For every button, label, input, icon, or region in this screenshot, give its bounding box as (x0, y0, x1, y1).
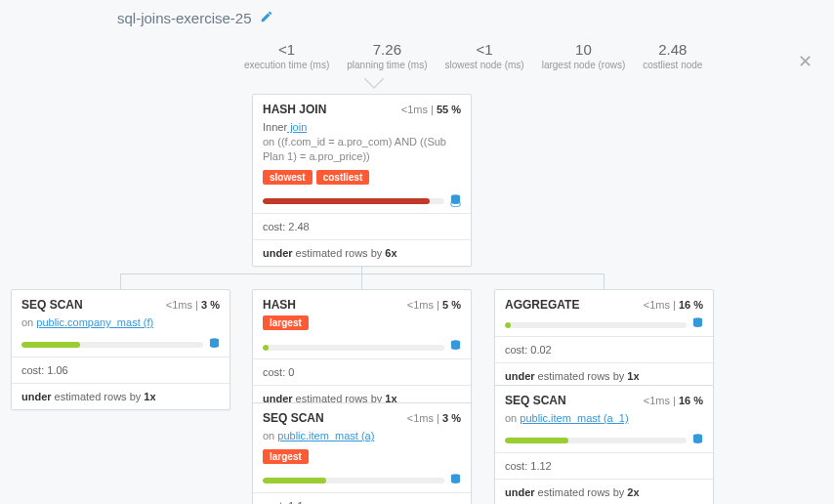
stat-plan-time: 7.26 planning time (ms) (347, 41, 427, 70)
node-title: HASH (263, 298, 296, 312)
plan-title-row: sql-joins-exercise-25 (117, 10, 273, 26)
database-icon[interactable] (450, 474, 461, 488)
cost-bar (505, 322, 687, 328)
stat-costliest: 2.48 costliest node (643, 41, 702, 70)
node-title: HASH JOIN (263, 103, 326, 116)
node-title: SEQ SCAN (505, 394, 566, 407)
plan-title: sql-joins-exercise-25 (117, 10, 252, 26)
cost-bar (263, 198, 444, 204)
connector (120, 273, 121, 289)
cost-row: cost: 2.48 (253, 213, 471, 239)
node-join-detail: Inner join on ((f.com_id = a.pro_com) AN… (253, 120, 471, 170)
node-meta: <1ms | 55 % (401, 104, 461, 115)
cost-bar (263, 478, 444, 483)
node-meta: <1ms | 16 % (644, 395, 703, 406)
connector (361, 273, 362, 289)
database-icon[interactable] (450, 194, 461, 209)
node-meta: <1ms | 3 % (166, 299, 220, 311)
database-icon[interactable] (450, 340, 461, 355)
node-title: SEQ SCAN (263, 411, 324, 425)
node-tags: largest (253, 449, 471, 472)
estimate-row: under estimated rows by 1x (12, 383, 229, 409)
plan-node-seq-scan[interactable]: SEQ SCAN <1ms | 16 % on public.item_mast… (494, 385, 714, 504)
database-icon[interactable] (209, 338, 220, 353)
estimate-row: under estimated rows by 6x (253, 239, 471, 266)
cost-bar (505, 438, 687, 443)
node-meta: <1ms | 3 % (407, 412, 461, 424)
close-icon[interactable]: ✕ (798, 51, 813, 72)
cost-row: cost: 1.12 (495, 452, 713, 479)
node-relation: on public.item_mast (a) (253, 429, 471, 449)
cost-row: cost: 1.1 (253, 492, 471, 504)
cost-row: cost: 0 (253, 358, 471, 385)
plan-node-hash-join[interactable]: HASH JOIN <1ms | 55 % Inner join on ((f.… (252, 94, 472, 267)
tag-costliest: costliest (316, 170, 370, 185)
plan-node-hash[interactable]: HASH <1ms | 5 % largest cost: 0 under es… (252, 289, 472, 412)
connector (120, 273, 605, 274)
node-meta: <1ms | 16 % (644, 299, 703, 311)
stat-largest: 10 largest node (rows) (542, 41, 626, 70)
stat-slowest: <1 slowest node (ms) (445, 41, 524, 70)
plan-node-seq-scan[interactable]: SEQ SCAN <1ms | 3 % on public.company_ma… (11, 289, 230, 410)
node-meta: <1ms | 5 % (407, 299, 461, 311)
plan-node-seq-scan[interactable]: SEQ SCAN <1ms | 3 % on public.item_mast … (252, 402, 472, 504)
node-title: AGGREGATE (505, 298, 579, 312)
cost-row: cost: 1.06 (12, 357, 229, 383)
estimate-row: under estimated rows by 2x (495, 479, 713, 504)
node-tags: largest (253, 315, 471, 338)
tag-largest: largest (263, 315, 309, 330)
stats-bar: <1 execution time (ms) 7.26 planning tim… (244, 41, 702, 70)
pencil-edit-icon[interactable] (260, 10, 273, 26)
chevron-down-icon (364, 78, 384, 90)
database-icon[interactable] (692, 317, 703, 332)
cost-row: cost: 0.02 (495, 336, 713, 362)
plan-node-aggregate[interactable]: AGGREGATE <1ms | 16 % cost: 0.02 under e… (494, 289, 714, 390)
stat-exec-time: <1 execution time (ms) (244, 41, 329, 70)
cost-bar (263, 345, 444, 351)
node-title: SEQ SCAN (21, 298, 83, 312)
connector (604, 273, 605, 289)
cost-bar (21, 342, 203, 348)
tag-largest: largest (263, 449, 309, 464)
node-relation: on public.company_mast (f) (12, 315, 229, 336)
node-relation: on public.item_mast (a_1) (495, 411, 713, 432)
tag-slowest: slowest (263, 170, 313, 185)
node-tags: slowest costliest (253, 170, 471, 192)
database-icon[interactable] (692, 434, 703, 448)
